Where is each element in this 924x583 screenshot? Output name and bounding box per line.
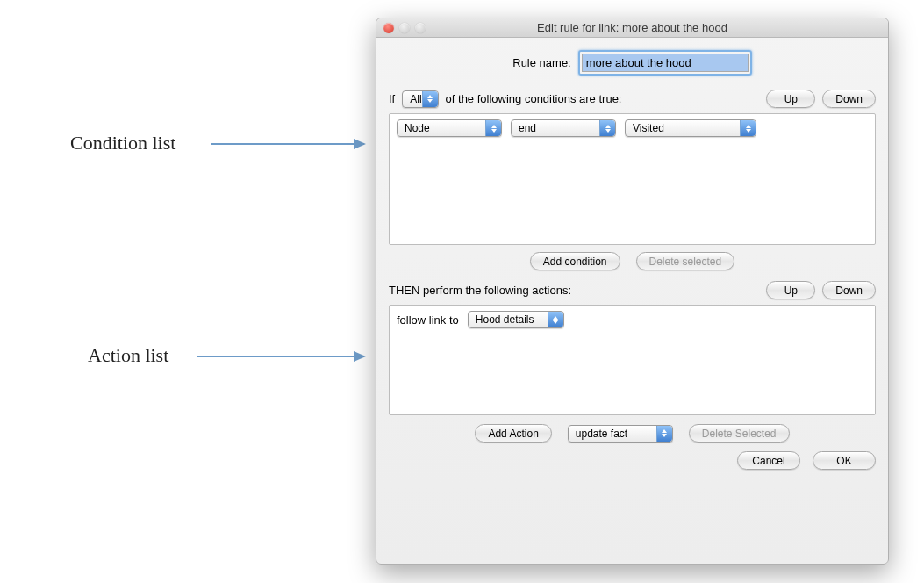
condition-target-value: end [519, 122, 536, 134]
stepper-icon [599, 120, 615, 136]
quantifier-select[interactable]: All [402, 90, 438, 108]
action-row[interactable]: follow link to Hood details [390, 306, 875, 334]
minimize-icon [399, 23, 410, 33]
action-list[interactable]: follow link to Hood details [389, 305, 876, 415]
action-type-value: update fact [576, 428, 627, 440]
action-target-value: Hood details [476, 313, 534, 326]
stepper-icon [422, 91, 438, 107]
actions-down-button[interactable]: Down [822, 281, 876, 299]
arrow-action-list [197, 356, 364, 357]
delete-condition-button[interactable]: Delete selected [636, 252, 735, 270]
quantifier-value: All [410, 93, 421, 105]
conditions-tail-label: of the following conditions are true: [446, 92, 622, 105]
action-prefix-label: follow link to [397, 313, 459, 327]
close-icon[interactable] [383, 23, 394, 33]
condition-subject-select[interactable]: Node [397, 119, 502, 137]
ok-button[interactable]: OK [813, 451, 876, 470]
zoom-icon [415, 23, 426, 33]
if-label: If [389, 92, 395, 105]
delete-action-button[interactable]: Delete Selected [689, 424, 790, 443]
condition-state-select[interactable]: Visited [625, 119, 756, 137]
conditions-up-button[interactable]: Up [766, 90, 815, 108]
condition-subject-value: Node [405, 122, 430, 134]
annotation-action-list: Action list [88, 344, 168, 367]
then-label: THEN perform the following actions: [389, 284, 571, 297]
condition-target-select[interactable]: end [511, 119, 616, 137]
rule-name-focus-ring [578, 50, 752, 76]
titlebar: Edit rule for link: more about the hood [376, 18, 888, 38]
action-target-select[interactable]: Hood details [468, 311, 564, 328]
window-title: Edit rule for link: more about the hood [376, 21, 888, 34]
stepper-icon [548, 312, 563, 327]
annotation-condition-list: Condition list [70, 132, 175, 155]
stepper-icon [656, 426, 672, 442]
actions-up-button[interactable]: Up [766, 281, 815, 299]
cancel-button[interactable]: Cancel [737, 451, 800, 470]
window-controls [383, 23, 426, 33]
condition-list[interactable]: Node end Visited [389, 113, 876, 245]
rule-name-label: Rule name: [512, 56, 570, 69]
add-condition-button[interactable]: Add condition [530, 252, 620, 270]
condition-row[interactable]: Node end Visited [390, 114, 875, 142]
edit-rule-dialog: Edit rule for link: more about the hood … [376, 18, 889, 565]
action-type-select[interactable]: update fact [568, 425, 673, 443]
stepper-icon [485, 120, 501, 136]
arrow-condition-list [211, 143, 364, 145]
rule-name-input[interactable] [582, 54, 749, 72]
conditions-down-button[interactable]: Down [822, 90, 876, 108]
stepper-icon [740, 120, 756, 136]
add-action-button[interactable]: Add Action [475, 424, 551, 443]
condition-state-value: Visited [633, 122, 664, 134]
